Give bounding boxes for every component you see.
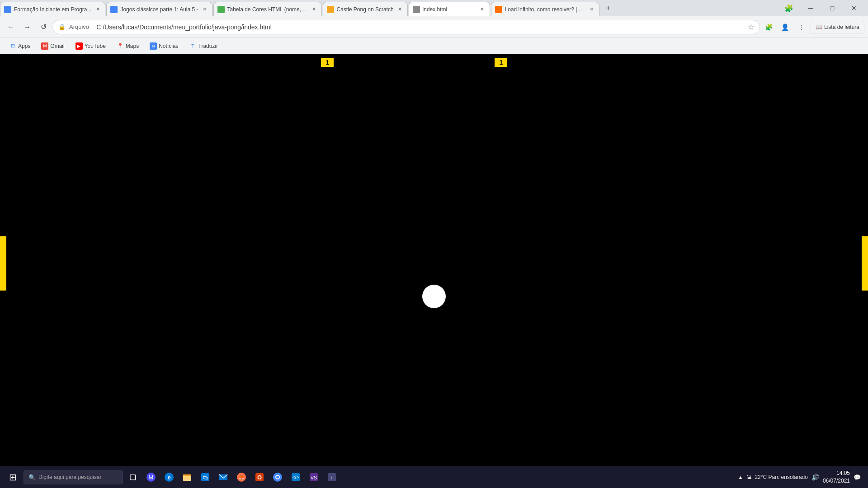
close-button[interactable]: ✕ [844, 0, 864, 16]
tab-title-load: Load infinito, como resolver? | Jo... [505, 6, 585, 13]
back-button[interactable]: ← [4, 20, 18, 34]
svg-text:</>: </> [292, 475, 299, 480]
tab-title-formacao: Formação Iniciante em Progra... [14, 6, 91, 13]
tab-title-castle: Castle Pong on Scratch [337, 6, 394, 13]
tab-jogos[interactable]: Jogos clássicos parte 1: Aula 5 - ✕ [106, 2, 212, 16]
bookmark-maps[interactable]: 📍 Maps [113, 41, 142, 52]
bookmark-gmail[interactable]: M Gmail [38, 41, 68, 52]
paddle-left [0, 236, 6, 291]
taskbar: ⊞ 🔍 Digite aqui para pesquisar ❑ M e 🛍 🦊… [0, 466, 868, 488]
taskbar-chrome[interactable] [269, 469, 286, 485]
bookmark-youtube[interactable]: ▶ YouTube [72, 41, 109, 52]
tab-castle[interactable]: Castle Pong on Scratch ✕ [323, 2, 408, 16]
tab-title-tabela: Tabela de Cores HTML (nome, h... [227, 6, 308, 13]
new-tab-button[interactable]: + [602, 2, 615, 14]
svg-text:🛍: 🛍 [203, 474, 208, 481]
taskbar-search[interactable]: 🔍 Digite aqui para pesquisar [24, 470, 123, 484]
tab-close-jogos[interactable]: ✕ [201, 6, 208, 13]
apps-icon: ⊞ [9, 42, 16, 50]
taskbar-office[interactable]: O [251, 469, 268, 485]
game-area[interactable]: 1 1 [0, 54, 868, 488]
taskbar-vscode2[interactable]: VS [306, 469, 322, 485]
extensions-toolbar-icon[interactable]: 🧩 [762, 20, 776, 34]
tab-favicon-formacao [4, 6, 11, 13]
address-input[interactable] [96, 23, 744, 31]
reading-list-label: Lista de leitura [824, 24, 859, 30]
reload-button[interactable]: ↺ [36, 20, 51, 34]
svg-point-16 [276, 476, 279, 479]
taskbar-browser[interactable]: 🦊 [233, 469, 250, 485]
start-button[interactable]: ⊞ [4, 468, 22, 486]
tab-favicon-jogos [110, 6, 118, 13]
tab-tabela[interactable]: Tabela de Cores HTML (nome, h... ✕ [213, 2, 322, 16]
score-p1-value: 1 [326, 59, 329, 66]
taskbar-volume[interactable]: 🔊 [811, 474, 819, 481]
reading-list-button[interactable]: 📖 Lista de leitura [811, 21, 864, 33]
youtube-icon: ▶ [75, 42, 83, 50]
profile-icon[interactable]: 👤 [778, 20, 793, 34]
tab-load[interactable]: Load infinito, como resolver? | Jo... ✕ [491, 2, 599, 16]
taskbar-vscode[interactable]: </> [288, 469, 304, 485]
taskbar-edge[interactable]: e [161, 469, 177, 485]
taskbar-mail[interactable] [215, 469, 231, 485]
weather-text: 22°C Parc ensolarado [755, 474, 808, 480]
tab-close-castle[interactable]: ✕ [396, 6, 404, 13]
bookmark-traduzir-label: Traduzir [198, 43, 218, 49]
bookmark-maps-label: Maps [126, 43, 139, 49]
bookmarks-bar: ⊞ Apps M Gmail ▶ YouTube 📍 Maps N Notíci… [0, 38, 868, 54]
task-view-button[interactable]: ❑ [125, 469, 141, 485]
maps-icon: 📍 [117, 42, 124, 50]
toolbar-right: 🧩 👤 ⋮ 📖 Lista de leitura [762, 20, 864, 34]
tab-bar-right: + [602, 2, 615, 16]
noticias-icon: N [150, 42, 157, 50]
gmail-icon: M [41, 42, 48, 50]
bookmark-noticias-label: Notícias [159, 43, 178, 49]
tab-close-index[interactable]: ✕ [479, 6, 486, 13]
bookmark-youtube-label: YouTube [85, 43, 106, 49]
svg-rect-6 [183, 474, 187, 476]
bookmark-apps-label: Apps [18, 43, 30, 49]
address-bar[interactable]: 🔒 Arquivo | ☆ [52, 20, 760, 34]
minimize-button[interactable]: ─ [800, 0, 821, 16]
score-player1: 1 [321, 58, 334, 67]
notification-center[interactable]: 💬 [854, 474, 861, 481]
tab-favicon-load [495, 6, 502, 13]
paddle-right [862, 236, 868, 291]
svg-text:e: e [167, 474, 170, 481]
bookmark-traduzir[interactable]: T Traduzir [186, 41, 222, 52]
tab-close-formacao[interactable]: ✕ [94, 6, 101, 13]
tab-favicon-tabela [217, 6, 225, 13]
score-p2-value: 1 [499, 59, 503, 66]
taskbar-weather[interactable]: 🌤 22°C Parc ensolarado [746, 474, 808, 480]
weather-icon: 🌤 [746, 474, 752, 480]
tab-close-load[interactable]: ✕ [588, 6, 595, 13]
traduzir-icon: T [189, 42, 197, 50]
maximize-button[interactable]: □ [822, 0, 843, 16]
star-icon[interactable]: ☆ [748, 23, 754, 31]
search-placeholder: Digite aqui para pesquisar [38, 474, 101, 480]
extensions-icon[interactable]: 🧩 [778, 0, 799, 16]
taskbar-store[interactable]: 🛍 [197, 469, 213, 485]
browser-window: Formação Iniciante em Progra... ✕ Jogos … [0, 0, 868, 488]
tray-up-arrow[interactable]: ▲ [738, 474, 743, 480]
window-controls: 🧩 ─ □ ✕ [778, 0, 868, 16]
bookmark-gmail-label: Gmail [50, 43, 64, 49]
forward-button[interactable]: → [20, 20, 34, 34]
tab-favicon-index [413, 6, 420, 13]
taskbar-tray: ▲ [738, 474, 743, 480]
taskbar-thunderbird[interactable]: M [143, 469, 159, 485]
clock-date: 06/07/2021 [823, 477, 850, 485]
ball [422, 285, 446, 308]
taskbar-teams[interactable]: T [324, 469, 340, 485]
svg-text:O: O [257, 474, 262, 481]
menu-button[interactable]: ⋮ [794, 20, 809, 34]
taskbar-clock[interactable]: 14:05 06/07/2021 [823, 469, 850, 485]
tab-formacao[interactable]: Formação Iniciante em Progra... ✕ [0, 2, 105, 16]
clock-time: 14:05 [823, 469, 850, 477]
tab-index[interactable]: index.html ✕ [409, 2, 490, 16]
svg-text:VS: VS [311, 475, 317, 480]
tab-close-tabela[interactable]: ✕ [311, 6, 318, 13]
taskbar-files[interactable] [179, 469, 195, 485]
bookmark-noticias[interactable]: N Notícias [146, 41, 182, 52]
bookmark-apps[interactable]: ⊞ Apps [5, 41, 34, 52]
